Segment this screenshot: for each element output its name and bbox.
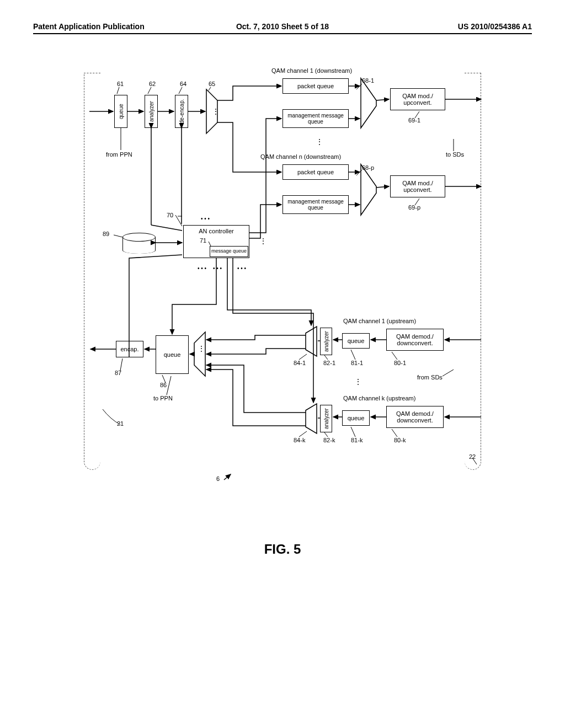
qam-demod-k: QAM demod./ downconvert. [386,406,444,428]
ref-69-1: 69-1 [408,117,420,124]
label-qam-ch1-down: QAM channel 1 (downstream) [271,67,352,74]
svg-text:⋮: ⋮ [198,344,205,353]
label-from-sds: from SDs [417,374,443,381]
label-to-ppn: to PPN [153,395,173,402]
ref-89: 89 [103,231,109,237]
header-left: Patent Application Publication [33,22,199,31]
svg-text:• • •: • • • [201,216,210,222]
svg-line-49 [356,170,362,175]
ref-68-p: 68-p [362,164,374,171]
header-mid: Oct. 7, 2010 Sheet 5 of 18 [199,22,365,31]
svg-line-57 [351,427,355,437]
svg-marker-39 [306,404,317,433]
ref-68-1: 68-1 [362,77,374,84]
svg-line-8 [376,99,389,100]
svg-line-53 [351,350,355,360]
svg-line-56 [324,432,328,437]
ref-64: 64 [180,81,186,87]
ref-65: 65 [209,81,215,87]
label-to-sds: to SDs [446,151,464,158]
ref-84-1: 84-1 [294,360,306,366]
svg-line-13 [376,186,389,188]
ref-22: 22 [469,453,476,460]
queue-81-k: queue [342,410,370,426]
ref-69-p: 69-p [408,204,420,211]
queue-81-1: queue [342,333,370,349]
encap-87: encap. [116,341,143,357]
svg-line-54 [392,352,397,360]
header-right: US 2010/0254386 A1 [366,22,532,31]
svg-line-16 [114,235,122,237]
analyzer-82-k: analyzer [320,405,332,432]
label-qam-ch1-up: QAM channel 1 (upstream) [343,318,416,324]
svg-line-47 [356,84,362,89]
svg-marker-34 [306,326,317,356]
label-from-ppn: from PPN [106,151,132,158]
svg-line-65 [209,87,211,90]
ref-21: 21 [117,420,124,427]
ref-81-k: 81-k [351,437,363,443]
ref-87: 87 [115,370,121,376]
figure-caption: FIG. 5 [33,542,532,557]
svg-line-59 [120,358,122,371]
svg-text:• • •: • • • [237,265,247,271]
ref-80-k: 80-k [394,437,406,443]
svg-line-62 [117,87,119,94]
svg-line-64 [179,87,182,94]
ref-61: 61 [117,81,124,87]
svg-line-55 [299,431,307,437]
ref-6: 6 [216,475,220,482]
svg-line-51 [299,354,307,360]
svg-line-67 [443,370,454,376]
queue-block-61: queue [114,95,127,128]
mgmt-queue-n: management message queue [282,195,349,214]
mgmt-queue-1: management message queue [282,109,349,128]
svg-marker-41 [194,332,205,376]
queue-86: queue [156,335,189,374]
svg-marker-5 [361,78,376,128]
qam-mod-1: QAM mod./ upconvert. [390,88,445,110]
boundary-22 [465,73,481,470]
ref-71: 71 [200,237,206,244]
packet-queue-n: packet queue [282,164,349,180]
ref-70: 70 [167,212,173,218]
label-qam-chn-down: QAM channel n (downstream) [260,153,341,160]
storage-cylinder-89 [122,233,156,254]
ref-86: 86 [160,382,167,388]
svg-line-58 [392,429,397,437]
analyzer-block-62: analyzer [145,95,158,128]
svg-line-68 [167,376,171,395]
svg-marker-4 [206,89,217,133]
ref-82-1: 82-1 [323,360,335,366]
svg-line-45 [175,215,182,226]
svg-text:• • •: • • • [213,265,222,271]
ref-81-1: 81-1 [351,360,363,366]
svg-line-18 [151,225,182,231]
svg-text:• • •: • • • [198,265,207,271]
boundary-21 [84,73,100,470]
svg-line-52 [324,355,328,360]
svg-line-63 [148,87,151,94]
svg-text:⋮: ⋮ [316,137,323,146]
qam-mod-n: QAM mod./ upconvert. [390,175,445,197]
svg-text:⋮: ⋮ [259,237,267,245]
svg-text:⋮: ⋮ [354,377,362,386]
svg-text:⋮: ⋮ [212,107,220,116]
ref-80-1: 80-1 [394,360,406,366]
figure-5: queue analyzer de-encap. QAM channel 1 (… [89,67,476,497]
ref-84-k: 84-k [294,437,305,443]
message-queue-71: message queue [210,246,248,257]
de-encap-block-64: de-encap. [175,95,188,128]
label-qam-chk-up: QAM channel k (upstream) [343,395,415,402]
qam-demod-1: QAM demod./ downconvert. [386,329,444,351]
ref-82-k: 82-k [323,437,335,443]
analyzer-82-1: analyzer [320,328,332,355]
ref-62: 62 [149,81,156,87]
svg-marker-10 [361,164,376,215]
packet-queue-1: packet queue [282,78,349,94]
page-header: Patent Application Publication Oct. 7, 2… [33,22,532,34]
